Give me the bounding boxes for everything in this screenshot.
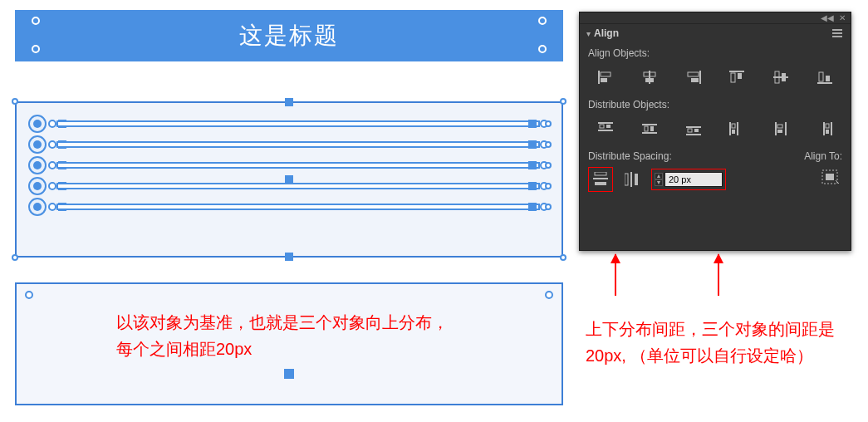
list-item[interactable]	[28, 117, 550, 130]
radio-bullet-icon	[28, 198, 47, 216]
align-top-button[interactable]	[726, 67, 748, 87]
svg-rect-31	[732, 124, 735, 128]
svg-rect-1	[601, 72, 611, 76]
selection-handle-icon	[528, 161, 537, 169]
svg-rect-2	[601, 78, 607, 82]
panel-tab-label: Align	[594, 27, 619, 39]
horizontal-spacing-icon	[625, 172, 640, 187]
align-to-selection-button[interactable]	[817, 167, 842, 187]
distribute-right-icon	[817, 122, 832, 135]
line-shape	[56, 162, 540, 169]
list-item[interactable]	[28, 138, 550, 151]
svg-rect-15	[817, 82, 832, 84]
align-left-icon	[598, 71, 613, 84]
stepper-up-icon[interactable]: ▲	[655, 173, 663, 179]
svg-rect-29	[686, 134, 701, 135]
align-right-icon	[686, 71, 701, 84]
svg-rect-37	[785, 122, 787, 135]
selection-handle-icon	[12, 98, 18, 105]
selection-handle-icon	[528, 120, 537, 128]
vertical-spacing-icon	[593, 172, 608, 187]
lines-group-object[interactable]	[15, 101, 563, 258]
selection-handle-icon	[560, 98, 566, 105]
panel-tab[interactable]: ▾ Align	[580, 24, 851, 42]
selection-handle-icon	[25, 291, 33, 299]
spacing-value-input[interactable]: 20 px	[664, 172, 723, 187]
svg-rect-38	[823, 122, 825, 135]
content-rectangle-object[interactable]: 以该对象为基准，也就是三个对象向上分布， 每个之间相距20px	[15, 282, 563, 405]
horizontal-distribute-spacing-button[interactable]	[621, 169, 643, 189]
distribute-left-button[interactable]	[726, 119, 748, 139]
distribute-left-icon	[729, 122, 744, 135]
selection-handle-icon	[48, 161, 56, 169]
title-rectangle-object[interactable]: 这是标题	[15, 10, 563, 61]
svg-rect-23	[645, 126, 648, 131]
selection-handle-icon	[285, 98, 293, 106]
selection-handle-icon	[545, 183, 552, 189]
distribute-top-button[interactable]	[595, 119, 616, 139]
align-right-button[interactable]	[683, 67, 704, 87]
distribute-right-button[interactable]	[814, 119, 836, 139]
align-bottom-button[interactable]	[814, 67, 836, 87]
svg-rect-41	[831, 122, 832, 135]
selection-handle-icon	[32, 45, 40, 53]
selection-handle-icon	[528, 203, 537, 211]
svg-rect-11	[738, 73, 742, 79]
align-left-button[interactable]	[595, 67, 616, 87]
svg-rect-19	[600, 125, 604, 128]
svg-rect-40	[826, 130, 829, 134]
spacing-stepper[interactable]: ▲ ▼	[655, 173, 663, 186]
vertical-distribute-spacing-button[interactable]	[591, 170, 610, 189]
title-text: 这是标题	[239, 20, 339, 52]
section-label: Align To:	[804, 150, 842, 162]
svg-rect-44	[595, 182, 606, 185]
spacing-row: ▲ ▼ 20 px	[580, 164, 851, 195]
svg-rect-24	[650, 126, 654, 131]
selection-handle-icon	[538, 17, 547, 25]
svg-rect-9	[729, 71, 744, 72]
list-item[interactable]	[28, 179, 550, 193]
collapse-icon[interactable]: ◀◀	[821, 13, 834, 22]
stepper-down-icon[interactable]: ▼	[655, 179, 663, 186]
selection-handle-icon	[545, 162, 552, 169]
selection-handle-icon	[545, 291, 553, 299]
close-icon[interactable]: ✕	[839, 13, 846, 22]
selection-handle-icon	[48, 120, 56, 128]
svg-rect-46	[630, 172, 632, 187]
line-shape	[56, 204, 540, 210]
svg-rect-0	[598, 71, 600, 84]
svg-rect-34	[775, 122, 777, 135]
svg-rect-36	[777, 130, 782, 133]
svg-rect-14	[782, 73, 786, 81]
svg-rect-8	[691, 78, 699, 82]
svg-rect-32	[732, 130, 735, 134]
list-item[interactable]	[28, 159, 550, 172]
svg-rect-35	[777, 125, 782, 128]
selection-handle-icon	[545, 204, 552, 210]
selection-handle-icon	[12, 254, 18, 261]
distribute-vcenter-button[interactable]	[639, 119, 660, 139]
align-hcenter-button[interactable]	[639, 67, 660, 87]
distribute-bottom-icon	[686, 122, 701, 135]
selection-handle-icon	[545, 120, 552, 127]
selection-handle-icon	[285, 253, 293, 261]
selection-handle-icon	[528, 182, 537, 190]
distribute-hcenter-button[interactable]	[770, 119, 792, 139]
align-vcenter-button[interactable]	[770, 67, 792, 87]
list-item[interactable]	[28, 200, 550, 213]
panel-menu-icon[interactable]	[832, 29, 844, 37]
align-objects-section: Align Objects:	[580, 42, 851, 94]
distribute-bottom-button[interactable]	[683, 119, 704, 139]
radio-bullet-icon	[28, 156, 47, 174]
radio-bullet-icon	[28, 135, 47, 154]
svg-rect-20	[606, 125, 611, 128]
svg-rect-10	[731, 73, 735, 82]
canvas-annotation-text: 以该对象为基准，也就是三个对象向上分布， 每个之间相距20px	[116, 309, 528, 362]
svg-rect-7	[688, 72, 699, 76]
section-label: Distribute Objects:	[588, 99, 842, 110]
annotation-arrow-icon	[718, 254, 719, 296]
selection-handle-icon	[48, 203, 56, 211]
align-top-icon	[729, 71, 744, 84]
selection-handle-icon	[560, 254, 566, 261]
panel-topbar: ◀◀ ✕	[580, 12, 851, 24]
